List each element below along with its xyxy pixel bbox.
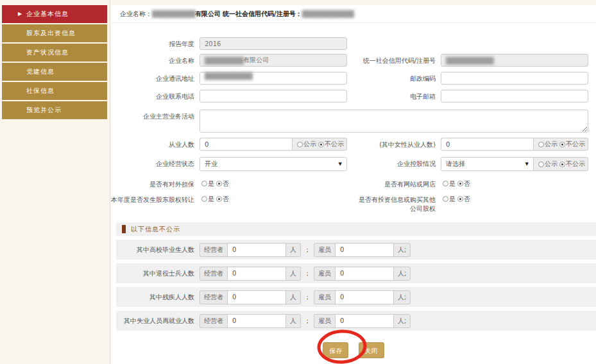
unit-suffix: 人 <box>286 290 301 304</box>
operator-prefix: 经营者 <box>200 243 227 257</box>
equity-transfer-radios: 是否 <box>200 193 347 204</box>
operator-prefix: 经营者 <box>200 314 227 328</box>
row-label: 其中失业人员再就业人数 <box>116 317 200 326</box>
unit-suffix: 人; <box>394 267 411 281</box>
publicity-radio[interactable] <box>538 142 544 147</box>
no-radio[interactable] <box>216 196 222 202</box>
no-publicity-radio[interactable] <box>318 142 324 147</box>
close-button[interactable]: 关闭 <box>359 342 384 358</box>
unit-suffix: 人; <box>394 243 411 257</box>
address-field[interactable]: ███████████ <box>200 72 347 85</box>
row-label: 其中退役士兵人数 <box>116 269 200 278</box>
section-bar-icon <box>122 225 126 233</box>
yes-radio[interactable] <box>201 181 207 186</box>
guarantee-label: 是否有对外担保 <box>111 178 200 189</box>
separator: ； <box>304 245 311 254</box>
credit-code-field-label: 统一社会信用代码/注册号 <box>357 54 441 65</box>
table-row-veterans: 其中退役士兵人数 经营者 人 ； 雇员 人; <box>116 263 596 283</box>
graduates-operator-field[interactable] <box>227 243 286 257</box>
employee-prefix: 雇员 <box>314 243 335 257</box>
postcode-label: 邮政编码 <box>357 72 441 83</box>
sidebar-item-label: 股东及出资信息 <box>26 29 76 37</box>
sidebar: ▶ 企业基本信息 股东及出资信息 资产状况信息 党建信息 社保信息 预览并公示 <box>0 0 110 364</box>
sidebar-item-party-building[interactable]: 党建信息 <box>2 63 107 81</box>
email-field[interactable] <box>441 90 588 103</box>
chevron-down-icon: ▼ <box>339 158 342 170</box>
employee-count-field[interactable] <box>200 138 293 151</box>
company-header: 企业名称：██████████有限公司 统一社会信用代码/注册号：███████… <box>111 5 596 23</box>
no-radio[interactable] <box>457 181 463 186</box>
reemployed-employee-field[interactable] <box>335 314 394 328</box>
female-employee-publicity: 公示不公示 <box>534 138 588 151</box>
disabled-employee-field[interactable] <box>335 290 394 304</box>
sidebar-item-label: 预览并公示 <box>26 106 62 113</box>
operator-prefix: 经营者 <box>200 267 227 281</box>
phone-label: 企业联系电话 <box>111 90 200 101</box>
report-year-field: 2016 <box>200 37 347 50</box>
disabled-operator-field[interactable] <box>227 290 286 304</box>
holding-status-select[interactable]: 请选择 ▼ <box>441 157 534 171</box>
sidebar-item-label: 社保信息 <box>26 87 55 94</box>
website-label: 是否有网站或网店 <box>357 178 441 189</box>
business-activity-field[interactable] <box>200 110 588 133</box>
female-employee-count-field[interactable] <box>441 138 534 151</box>
female-employee-count-label: (其中女性从业人数) <box>357 138 441 149</box>
publicity-radio[interactable] <box>297 142 303 147</box>
unit-suffix: 人 <box>286 314 301 328</box>
postcode-field[interactable] <box>441 72 588 85</box>
chevron-down-icon: ▼ <box>525 158 529 170</box>
sidebar-item-label: 党建信息 <box>26 68 55 75</box>
email-label: 电子邮箱 <box>357 90 441 101</box>
no-publicity-radio[interactable] <box>559 142 565 147</box>
sidebar-item-preview-publish[interactable]: 预览并公示 <box>2 101 107 119</box>
graduates-employee-field[interactable] <box>335 243 394 257</box>
company-name-redacted: ██████████ <box>152 10 195 17</box>
sidebar-item-basic-info[interactable]: ▶ 企业基本信息 <box>2 5 107 23</box>
yes-radio[interactable] <box>443 181 448 186</box>
investment-label: 是否有投资信息或购买其他公司股权 <box>357 193 441 213</box>
row-label: 其中残疾人人数 <box>116 293 200 302</box>
sidebar-item-shareholders[interactable]: 股东及出资信息 <box>2 24 107 42</box>
sidebar-item-label: 资产状况信息 <box>26 49 69 56</box>
investment-radios: 是否 <box>441 193 588 204</box>
holding-status-label: 企业控股情况 <box>357 157 441 169</box>
active-arrow-icon: ▶ <box>18 5 22 23</box>
credit-code-field: ███████████ <box>441 54 588 67</box>
website-radios: 是否 <box>441 178 588 188</box>
reemployed-operator-field[interactable] <box>227 314 286 328</box>
company-name-field-label: 企业名称 <box>111 54 200 65</box>
annual-report-form: 报告年度 2016 企业名称 █████████有限公司 统一社会信用代码/注册… <box>111 23 596 358</box>
save-button[interactable]: 保存 <box>323 342 348 358</box>
business-status-select[interactable]: 开业 ▼ <box>200 157 347 171</box>
business-activity-label: 企业主营业务活动 <box>111 110 200 121</box>
no-radio[interactable] <box>216 181 222 186</box>
unit-suffix: 人; <box>394 290 411 304</box>
table-row-reemployed: 其中失业人员再就业人数 经营者 人 ； 雇员 人; <box>116 311 596 331</box>
no-publicity-radio[interactable] <box>559 161 565 167</box>
publicity-radio[interactable] <box>538 161 544 167</box>
sidebar-item-social-security[interactable]: 社保信息 <box>2 82 107 100</box>
phone-field[interactable] <box>200 90 347 103</box>
yes-radio[interactable] <box>201 196 207 202</box>
guarantee-radios: 是否 <box>200 178 347 188</box>
veterans-operator-field[interactable] <box>227 267 286 281</box>
report-year-label: 报告年度 <box>111 37 200 49</box>
unit-suffix: 人 <box>286 267 301 281</box>
table-row-disabled-persons: 其中残疾人人数 经营者 人 ； 雇员 人; <box>116 287 596 307</box>
row-label: 其中高校毕业生人数 <box>116 245 200 254</box>
main-panel: 企业名称：██████████有限公司 统一社会信用代码/注册号：███████… <box>111 5 596 364</box>
unit-suffix: 人 <box>286 243 301 257</box>
table-row-graduates: 其中高校毕业生人数 经营者 人 ； 雇员 人; <box>116 240 596 260</box>
separator: ； <box>304 293 311 302</box>
separator: ； <box>304 317 311 326</box>
company-name-field: █████████有限公司 <box>200 54 347 67</box>
form-actions: 保存 关闭 <box>111 342 596 358</box>
no-radio[interactable] <box>457 196 463 202</box>
sidebar-item-assets[interactable]: 资产状况信息 <box>2 44 107 62</box>
address-label: 企业通讯地址 <box>111 72 200 83</box>
veterans-employee-field[interactable] <box>335 267 394 281</box>
separator: ； <box>304 269 311 278</box>
employee-count-publicity: 公示不公示 <box>293 138 347 151</box>
yes-radio[interactable] <box>443 196 448 202</box>
employee-prefix: 雇员 <box>314 267 335 281</box>
